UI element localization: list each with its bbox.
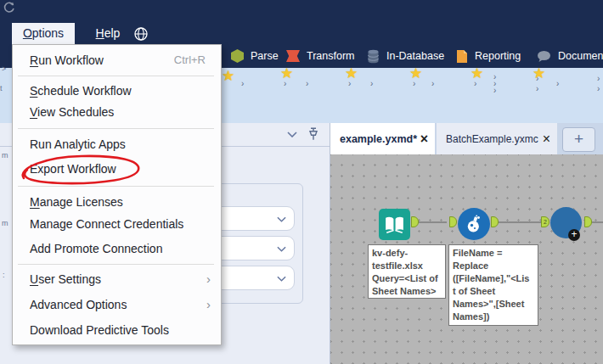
menu-item-user-settings[interactable]: User Settings › [13,267,219,291]
submenu-arrow-icon: › [206,267,211,291]
menu-item-label: Run Analytic Apps [30,137,126,151]
menu-item-add-promote-connection[interactable]: Add Promote Connection [13,237,219,260]
output-anchor[interactable] [491,216,499,227]
menu-separator [18,76,214,76]
menu-help[interactable]: Help [88,23,127,44]
menu-separator [18,264,214,265]
speech-bubble-icon [537,50,551,63]
anchor-left-icon: › [370,80,373,88]
menu-item-advanced-options[interactable]: Advanced Options › [13,293,219,316]
category-reporting[interactable]: Reporting [456,44,521,68]
menu-options[interactable]: Options [12,23,75,44]
close-icon[interactable]: × [420,132,428,146]
output-anchor[interactable] [411,216,419,227]
menu-item-label: View Schedules [30,105,114,119]
connection-wire [497,221,542,223]
submenu-arrow-icon: › [206,293,211,316]
favorite-star-icon[interactable]: ★ [471,66,483,81]
close-icon[interactable]: × [543,132,550,146]
plus-badge-icon[interactable]: + [568,229,580,241]
open-book-icon [383,215,406,235]
anchor-left-icon: › [431,80,434,88]
flask-icon [464,214,484,234]
macro-input-anchor[interactable]: 2 [541,216,549,227]
tab-label: BatchExample.yxmc [446,133,538,145]
menu-item-download-predictive-tools[interactable]: Download Predictive Tools [13,318,219,342]
category-parse[interactable]: Parse [231,44,279,68]
menu-item-label: User Settings [30,272,101,286]
database-icon [367,49,380,64]
tab-batchexample-yxmc[interactable]: BatchExample.yxmc × [437,123,557,154]
menu-item-run-workflow[interactable]: Run Workflow Ctrl+R [13,48,219,72]
input-anchor[interactable] [449,216,457,227]
anchor-right-icon: › [536,85,538,93]
node-annotation[interactable]: FileName = Replace ([FileName],"<Lis t o… [448,244,538,326]
alteryx-designer-window: { "colors": { "navy": "#1b2c51", "palett… [0,0,603,364]
category-label: Reporting [475,50,521,62]
menu-item-manage-licenses[interactable]: Manage Licenses [13,190,219,214]
favorite-star-icon[interactable]: ★ [222,69,234,83]
left-edge-fragment: t [0,84,3,92]
left-edge-fragment: : [3,271,5,279]
menu-item-schedule-workflow[interactable]: Schedule Workflow [13,79,219,103]
shortcut-label: Ctrl+R [174,48,206,72]
menu-item-label: Add Promote Connection [30,242,162,255]
page-icon [456,49,468,64]
hexagon-icon [231,49,244,63]
globe-icon[interactable] [133,26,149,42]
anchor-left-icon: › [241,80,244,88]
anchor-right-icon: › [597,75,600,83]
menu-item-label: Manage Licenses [30,195,123,209]
favorite-star-icon[interactable]: ★ [409,66,422,81]
left-edge-fragment: m [2,219,8,227]
favorite-star-icon[interactable]: ★ [280,66,293,81]
tab-example-yxmd[interactable]: example.yxmd* × [330,123,435,154]
anchor-right-icon: › [597,85,600,93]
refresh-icon[interactable] [3,2,15,14]
node-annotation[interactable]: kv-defy- testfile.xlsx Query=<List of Sh… [368,244,446,299]
anchor-left-icon: › [556,80,559,88]
options-dropdown-menu: Run Workflow Ctrl+R Schedule Workflow Vi… [12,44,222,345]
input-data-node[interactable] [379,209,410,240]
connection-wire [418,221,447,223]
anchor-left-icon: › [306,80,308,88]
red-circle-annotation [10,152,149,189]
menu-item-label: Download Predictive Tools [30,323,169,337]
favorite-star-icon[interactable]: ★ [533,66,545,81]
favorite-star-icon[interactable]: ★ [345,66,358,81]
menu-item-label: Schedule Workflow [30,84,132,98]
category-label: In-Database [386,50,444,62]
anchor-number-label: 2 [544,219,547,225]
anchor-left-icon: › [493,87,496,95]
workflow-canvas[interactable]: 2 + kv-defy- testfile.xlsx Query=<List o… [330,154,603,364]
category-label: Documentation [558,50,603,62]
menu-item-view-schedules[interactable]: View Schedules [13,100,219,124]
menu-item-label: Manage Connect Credentials [30,217,183,231]
category-label: Transform [307,50,355,62]
document-tab-strip: example.yxmd* × BatchExample.yxmc × + [330,123,603,154]
category-documentation[interactable]: Documentation [537,44,603,68]
chevron-down-icon [277,246,286,252]
left-edge-fragment: m [2,151,8,160]
category-in-database[interactable]: In-Database [367,44,444,68]
plus-glyph: + [571,228,577,240]
pin-icon[interactable] [307,127,319,141]
menu-separator [18,128,214,129]
chevron-down-icon [277,216,286,222]
ribbon-icon [286,50,300,62]
menu-item-label: Advanced Options [30,298,127,311]
menu-item-manage-connect-credentials[interactable]: Manage Connect Credentials [13,212,219,236]
category-transform[interactable]: Transform [286,44,355,68]
tab-label: example.yxmd* [340,133,417,145]
output-anchor[interactable] [584,216,592,227]
chevron-down-icon[interactable] [287,132,297,137]
category-label: Parse [251,50,279,62]
connection-wire [592,221,603,223]
menu-item-label: Run Workflow [30,53,104,67]
new-tab-button[interactable]: + [562,127,595,152]
chevron-down-icon [277,276,286,282]
left-edge-fragment: > [2,64,6,73]
formula-node[interactable] [458,208,490,240]
